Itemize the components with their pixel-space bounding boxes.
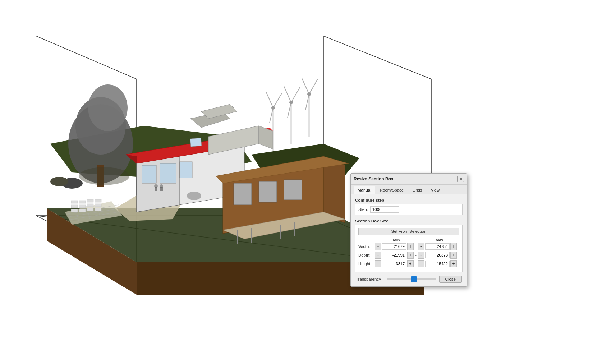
size-headers: Min Max: [358, 238, 459, 242]
svg-rect-84: [71, 209, 78, 212]
section-box-size-label: Section Box Size: [355, 219, 463, 223]
svg-rect-86: [87, 199, 93, 202]
svg-rect-47: [259, 181, 277, 202]
depth-max-input[interactable]: [425, 252, 450, 258]
height-separator: -: [414, 262, 417, 266]
svg-point-72: [307, 92, 311, 96]
transparency-row: Transparency Close: [355, 276, 463, 283]
depth-separator: -: [414, 253, 417, 257]
height-label: Height:: [358, 262, 374, 266]
width-separator: -: [414, 244, 417, 249]
height-max-plus-button[interactable]: +: [450, 260, 457, 267]
svg-point-67: [289, 101, 293, 104]
svg-point-23: [79, 167, 129, 185]
depth-min-input[interactable]: [382, 252, 406, 258]
svg-rect-87: [95, 199, 101, 202]
depth-min-plus-button[interactable]: +: [407, 252, 414, 259]
depth-max-plus-button[interactable]: +: [450, 252, 457, 259]
depth-min-minus-button[interactable]: -: [375, 252, 381, 259]
svg-rect-83: [79, 205, 86, 208]
dialog-title: Resize Section Box: [354, 176, 394, 181]
set-from-selection-button[interactable]: Set From Selection: [358, 228, 459, 235]
svg-rect-91: [95, 208, 101, 211]
tab-room-space[interactable]: Room/Space: [376, 186, 408, 194]
svg-rect-90: [87, 208, 93, 211]
section-box-size-section: Set From Selection Min Max Width: - + - …: [355, 225, 463, 272]
depth-max-minus-button[interactable]: -: [418, 252, 424, 259]
width-max-plus-button[interactable]: +: [450, 243, 457, 250]
svg-rect-39: [142, 165, 156, 183]
depth-row: Depth: - + - - +: [358, 252, 459, 259]
svg-rect-42: [190, 138, 202, 147]
width-max-input[interactable]: [425, 243, 450, 250]
dialog-tabs: Manual Room/Space Grids View: [351, 185, 467, 194]
step-row: Step:: [358, 206, 459, 213]
resize-section-box-dialog: Resize Section Box ✕ Manual Room/Space G…: [350, 173, 467, 287]
svg-rect-85: [79, 209, 86, 212]
width-min-input[interactable]: [382, 243, 406, 250]
svg-point-62: [271, 106, 275, 110]
height-min-minus-button[interactable]: -: [375, 260, 381, 267]
svg-rect-80: [71, 201, 78, 203]
depth-label: Depth:: [358, 253, 374, 257]
svg-point-79: [187, 192, 201, 200]
width-label: Width:: [358, 244, 374, 249]
width-max-minus-button[interactable]: -: [418, 243, 424, 250]
svg-rect-89: [95, 204, 101, 207]
svg-rect-40: [160, 163, 176, 183]
dialog-titlebar: Resize Section Box ✕: [351, 174, 467, 185]
svg-rect-88: [87, 204, 93, 207]
configure-step-section: Step:: [355, 204, 463, 215]
height-min-plus-button[interactable]: +: [407, 260, 414, 267]
tab-view[interactable]: View: [427, 186, 444, 194]
max-header: Max: [420, 238, 459, 242]
close-button[interactable]: Close: [439, 276, 462, 283]
tab-grids[interactable]: Grids: [408, 186, 426, 194]
transparency-thumb[interactable]: [411, 276, 417, 282]
step-input[interactable]: [370, 206, 399, 213]
dialog-close-button[interactable]: ✕: [457, 176, 464, 182]
svg-rect-46: [234, 183, 252, 205]
dialog-body: Configure step Step: Section Box Size Se…: [351, 194, 467, 286]
width-row: Width: - + - - +: [358, 243, 459, 250]
svg-point-78: [160, 184, 163, 188]
min-header: Min: [377, 238, 416, 242]
transparency-track: [387, 278, 436, 280]
svg-rect-48: [284, 180, 302, 200]
svg-point-77: [154, 184, 158, 188]
svg-rect-82: [71, 205, 78, 208]
transparency-label: Transparency: [356, 277, 381, 281]
configure-step-label: Configure step: [355, 198, 463, 202]
height-min-input[interactable]: [382, 261, 406, 267]
height-row: Height: - + - - +: [358, 260, 459, 267]
transparency-slider-container[interactable]: [387, 276, 436, 282]
height-max-minus-button[interactable]: -: [418, 260, 424, 267]
tab-manual[interactable]: Manual: [354, 186, 375, 194]
step-label: Step:: [358, 207, 368, 212]
svg-rect-81: [79, 201, 86, 203]
height-max-input[interactable]: [425, 261, 450, 267]
svg-rect-41: [180, 162, 192, 178]
width-min-minus-button[interactable]: -: [375, 243, 381, 250]
svg-point-21: [88, 84, 128, 131]
svg-point-25: [50, 177, 68, 186]
width-min-plus-button[interactable]: +: [407, 243, 414, 250]
